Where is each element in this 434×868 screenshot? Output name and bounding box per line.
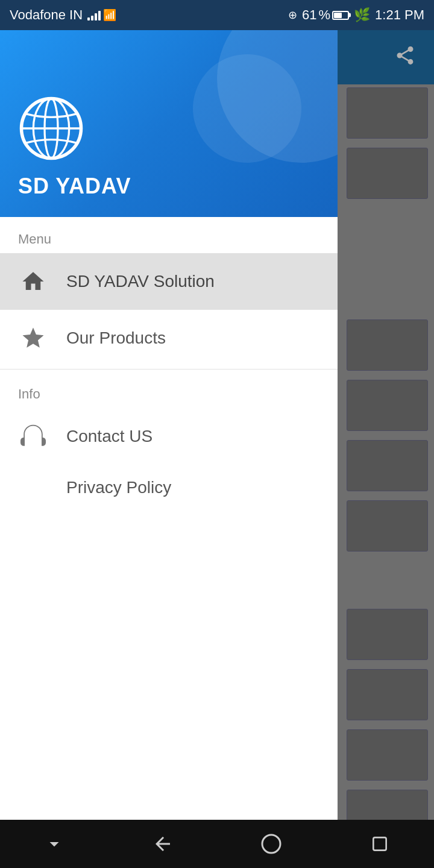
menu-item-contact[interactable]: Contact US	[0, 408, 338, 465]
card-4	[347, 380, 428, 431]
wifi-icon: 📶	[103, 8, 116, 22]
battery-fill	[334, 13, 342, 18]
card-9	[347, 729, 428, 781]
info-section-label: Info	[0, 372, 338, 408]
menu-item-privacy-label: Privacy Policy	[66, 478, 171, 497]
carrier-label: Vodafone IN	[10, 7, 83, 23]
menu-item-contact-label: Contact US	[66, 427, 153, 446]
bottom-nav	[0, 820, 434, 868]
svg-point-5	[262, 835, 280, 853]
info-section: Info Contact US Privacy Policy	[0, 372, 338, 511]
drawer-title: SD YADAV	[18, 174, 319, 199]
menu-item-products-label: Our Products	[66, 329, 166, 348]
card-8	[347, 669, 428, 720]
nav-drawer: SD YADAV Menu SD YADAV Solution	[0, 30, 338, 868]
leaf-icon: 🌿	[354, 7, 370, 23]
share-button[interactable]	[388, 39, 422, 77]
headset-icon	[18, 421, 48, 451]
bottom-nav-back[interactable]	[145, 826, 181, 862]
signal-icons: 📶	[87, 8, 116, 22]
main-container: SD YADAV Menu SD YADAV Solution	[0, 30, 434, 868]
card-6	[347, 500, 428, 552]
menu-item-privacy[interactable]: Privacy Policy	[0, 465, 338, 511]
menu-section-label: Menu	[0, 217, 338, 253]
bottom-nav-down[interactable]	[36, 826, 72, 862]
drawer-menu[interactable]: Menu SD YADAV Solution Our Products	[0, 217, 338, 868]
card-3	[347, 319, 428, 371]
status-bar: Vodafone IN 📶 ⊕ 61% 🌿 1:21 PM	[0, 0, 434, 30]
time-label: 1:21 PM	[375, 7, 424, 23]
battery-indicator: 61%	[302, 7, 349, 23]
status-right: ⊕ 61% 🌿 1:21 PM	[288, 7, 424, 23]
battery-icon	[332, 11, 349, 20]
battery-percentage: 61	[302, 7, 316, 23]
home-icon	[18, 266, 48, 297]
menu-item-home-label: SD YADAV Solution	[66, 272, 215, 291]
drawer-header: SD YADAV	[0, 30, 338, 217]
menu-item-home[interactable]: SD YADAV Solution	[0, 253, 338, 310]
card-5	[347, 440, 428, 491]
status-left: Vodafone IN 📶	[10, 7, 116, 23]
card-2	[347, 148, 428, 199]
card-1	[347, 87, 428, 139]
signal-bars	[87, 10, 101, 20]
menu-item-products[interactable]: Our Products	[0, 310, 338, 366]
bottom-nav-home[interactable]	[253, 826, 289, 862]
globe-icon	[18, 95, 84, 162]
svg-rect-6	[373, 837, 386, 850]
card-7	[347, 609, 428, 660]
menu-divider	[0, 369, 338, 370]
sim-icon: ⊕	[288, 8, 297, 22]
bottom-nav-recents[interactable]	[362, 826, 398, 862]
star-icon	[18, 323, 48, 353]
